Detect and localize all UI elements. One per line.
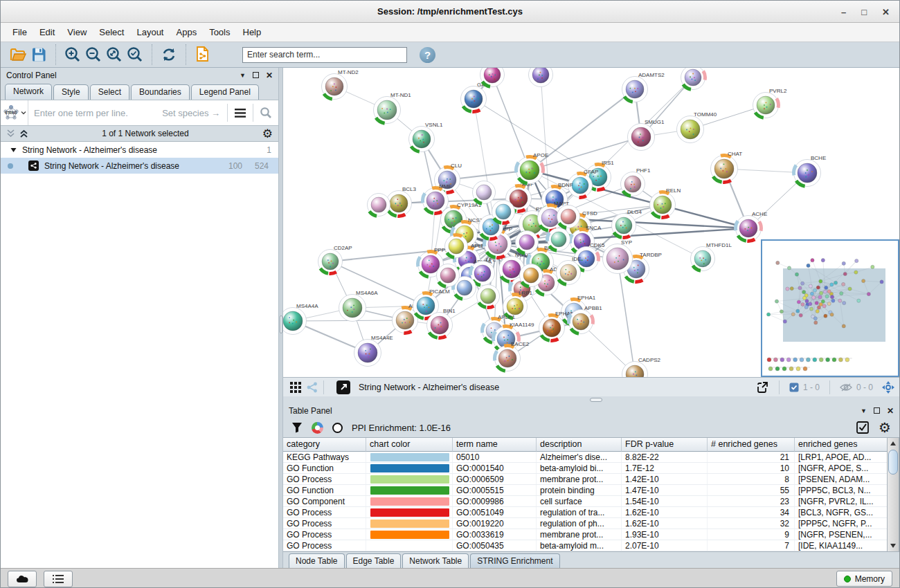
- panel-menu-icon[interactable]: ▼: [240, 72, 246, 79]
- graph-node-MT-ND1[interactable]: MT-ND1: [374, 92, 412, 124]
- tab-boundaries[interactable]: Boundaries: [131, 84, 190, 100]
- share-network-icon[interactable]: [307, 382, 318, 393]
- zoom-in-button[interactable]: [62, 44, 83, 65]
- expand-all-icon[interactable]: [19, 129, 28, 138]
- graph-node-VSNL1[interactable]: VSNL1: [409, 122, 443, 152]
- network-collection-row[interactable]: String Network - Alzheimer's disease 1: [1, 142, 278, 158]
- graph-node-IDE[interactable]: IDE: [557, 256, 582, 285]
- scroll-up-button[interactable]: [888, 438, 899, 449]
- selected-checkbox-icon[interactable]: [789, 383, 799, 392]
- panel-menu-icon[interactable]: ▼: [861, 407, 867, 414]
- tab-legend-panel[interactable]: Legend Panel: [191, 84, 259, 100]
- gear-icon[interactable]: ⚙: [879, 421, 891, 434]
- column-header-FDR-p-value[interactable]: FDR p-value: [622, 438, 708, 452]
- splitter-handle[interactable]: [590, 398, 602, 402]
- graph-node-PVRL2[interactable]: PVRL2: [753, 88, 787, 118]
- graph-node-unnamed[interactable]: [437, 264, 460, 287]
- minimize-button[interactable]: –: [841, 8, 846, 17]
- task-list-button[interactable]: [44, 571, 73, 587]
- panel-float-icon[interactable]: [874, 407, 880, 414]
- graph-node-ACHE[interactable]: ACHE: [736, 211, 768, 241]
- menu-item-view[interactable]: View: [61, 24, 93, 40]
- close-button[interactable]: ✕: [882, 8, 890, 17]
- set-species-label[interactable]: Set species →: [162, 108, 220, 118]
- graph-node-BCL3[interactable]: BCL3: [386, 186, 417, 217]
- graph-node-CHAT[interactable]: CHAT: [711, 151, 743, 183]
- save-session-button[interactable]: [28, 44, 49, 65]
- help-button[interactable]: ?: [420, 47, 435, 63]
- graph-node-unnamed[interactable]: [520, 264, 543, 287]
- column-header-enriched-genes[interactable]: enriched genes: [795, 438, 899, 452]
- menu-item-apps[interactable]: Apps: [170, 24, 204, 40]
- string-term-input[interactable]: [28, 108, 162, 118]
- tab-style[interactable]: Style: [53, 84, 89, 100]
- birds-eye-view[interactable]: [761, 239, 899, 377]
- column-header-category[interactable]: category: [283, 438, 366, 452]
- string-options-button[interactable]: [228, 100, 253, 125]
- graph-node-BCHE[interactable]: BCHE: [793, 155, 826, 187]
- graph-node-EPHA5[interactable]: EPHA5: [539, 311, 574, 341]
- table-row[interactable]: GO ProcessGO:0019220regulation of ph...1…: [283, 518, 899, 529]
- collapse-all-icon[interactable]: [6, 129, 15, 138]
- graph-node-MS4A6A[interactable]: MS4A6A: [339, 290, 379, 322]
- export-network-icon[interactable]: [755, 380, 769, 394]
- menu-item-file[interactable]: File: [6, 24, 33, 40]
- tab-network-table[interactable]: Network Table: [402, 553, 469, 568]
- pan-navigator-icon[interactable]: [881, 380, 895, 394]
- scrollbar-thumb[interactable]: [888, 450, 898, 475]
- hidden-eye-icon[interactable]: [840, 383, 852, 392]
- graph-node-unnamed[interactable]: [548, 228, 570, 251]
- table-row[interactable]: KEGG Pathways05010Alzheimer's dise...8.8…: [283, 452, 899, 463]
- maximize-button[interactable]: □: [861, 8, 867, 17]
- filter-icon[interactable]: [291, 422, 303, 433]
- tab-network[interactable]: Network: [5, 84, 52, 100]
- panel-close-icon[interactable]: ✕: [887, 406, 894, 416]
- zoom-fit-button[interactable]: [104, 44, 125, 65]
- chart-color-icon[interactable]: [312, 422, 323, 434]
- scroll-down-button[interactable]: [888, 540, 899, 551]
- graph-node-RELN[interactable]: RELN: [650, 187, 681, 218]
- graph-node-SMUG1[interactable]: SMUG1: [628, 119, 665, 151]
- graph-node-unnamed[interactable]: [681, 68, 705, 90]
- table-scrollbar[interactable]: [887, 438, 899, 551]
- column-header-chart-color[interactable]: chart color: [366, 438, 453, 452]
- memory-button[interactable]: Memory: [836, 571, 892, 587]
- graph-node-ADAMTS2[interactable]: ADAMTS2: [622, 72, 665, 102]
- string-logo-button[interactable]: STRING: [1, 100, 28, 125]
- graph-node-unnamed[interactable]: [473, 181, 496, 204]
- search-input[interactable]: [242, 47, 407, 63]
- graph-node-unnamed[interactable]: [557, 205, 580, 228]
- menu-item-tools[interactable]: Tools: [203, 24, 236, 40]
- zoom-out-button[interactable]: [83, 44, 104, 65]
- panel-close-icon[interactable]: ✕: [266, 71, 273, 80]
- menu-item-help[interactable]: Help: [237, 24, 268, 40]
- graph-node-unnamed[interactable]: [529, 68, 553, 87]
- graph-node-unnamed[interactable]: [516, 231, 539, 254]
- graph-node-unnamed[interactable]: [492, 201, 515, 223]
- refresh-button[interactable]: [159, 44, 179, 65]
- tab-string-enrichment[interactable]: STRING Enrichment: [470, 553, 559, 568]
- table-row[interactable]: GO ProcessGO:0006509membrane prot...1.42…: [283, 474, 899, 485]
- menu-item-select[interactable]: Select: [93, 24, 130, 40]
- tab-node-table[interactable]: Node Table: [289, 553, 345, 568]
- expander-icon[interactable]: [10, 147, 17, 153]
- network-row-selected[interactable]: String Network - Alzheimer's disease 100…: [1, 158, 278, 174]
- cloud-button[interactable]: [8, 571, 37, 587]
- graph-node-unnamed[interactable]: [368, 194, 390, 217]
- network-canvas[interactable]: MT-ND2MT-ND1VSNL1GAB2ADAMTS2PVRL2TOMM40S…: [283, 68, 899, 377]
- vertical-splitter[interactable]: [278, 68, 283, 568]
- graph-node-unnamed[interactable]: [480, 68, 505, 87]
- table-row[interactable]: GO FunctionGO:0005515protein binding1.47…: [283, 485, 899, 496]
- table-row[interactable]: GO ProcessGO:0033619membrane prot...1.93…: [283, 529, 899, 540]
- zoom-selected-button[interactable]: [125, 44, 145, 65]
- graph-node-MTHFD1L[interactable]: MTHFD1L: [691, 242, 732, 271]
- tab-edge-table[interactable]: Edge Table: [346, 553, 402, 568]
- graph-node-CADPS2[interactable]: CADPS2: [622, 357, 661, 377]
- open-in-string-icon[interactable]: [336, 380, 350, 394]
- graph-node-MS4A4E[interactable]: MS4A4E: [354, 335, 393, 367]
- splitter-handle[interactable]: [280, 315, 282, 333]
- panel-float-icon[interactable]: [253, 72, 259, 78]
- graph-node-unnamed[interactable]: [445, 235, 468, 258]
- table-row[interactable]: GO ComponentGO:0009986cell surface1.54E-…: [283, 496, 899, 507]
- column-header-term-name[interactable]: term name: [453, 438, 537, 452]
